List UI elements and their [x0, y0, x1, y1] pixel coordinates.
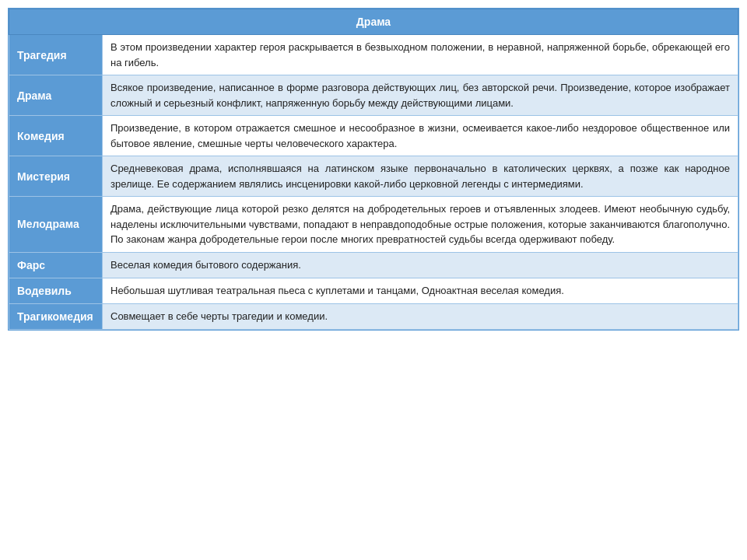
table-row: МелодрамаДрама, действующие лица которой…: [9, 197, 738, 253]
definition-cell: Средневековая драма, исполнявшаяся на ла…: [103, 156, 738, 197]
definition-cell: В этом произведении характер героя раскр…: [103, 35, 738, 75]
table-row: ВодевильНебольшая шутливая театральная п…: [9, 278, 738, 303]
term-cell: Комедия: [9, 116, 103, 156]
term-cell: Водевиль: [9, 278, 103, 303]
term-cell: Мистерия: [9, 156, 103, 197]
term-cell: Драма: [9, 75, 103, 116]
definition-cell: Совмещает в себе черты трагедии и комеди…: [103, 303, 738, 329]
table-header-row: Драма: [9, 9, 738, 35]
definition-cell: Драма, действующие лица которой резко де…: [103, 197, 738, 253]
definition-cell: Произведение, в котором отражается смешн…: [103, 116, 738, 156]
term-cell: Трагедия: [9, 35, 103, 75]
table-row: ФарсВеселая комедия бытового содержания.: [9, 252, 738, 278]
table-row: КомедияПроизведение, в котором отражаетс…: [9, 116, 738, 156]
term-cell: Мелодрама: [9, 197, 103, 253]
table-row: ТрагикомедияСовмещает в себе черты траге…: [9, 303, 738, 329]
term-cell: Трагикомедия: [9, 303, 103, 329]
table-header: Драма: [9, 9, 738, 35]
table-row: ТрагедияВ этом произведении характер гер…: [9, 35, 738, 75]
definition-cell: Всякое произведение, написанное в форме …: [103, 75, 738, 116]
table-row: МистерияСредневековая драма, исполнявшая…: [9, 156, 738, 197]
drama-table: Драма ТрагедияВ этом произведении характ…: [8, 8, 739, 331]
term-cell: Фарс: [9, 252, 103, 278]
table-row: ДрамаВсякое произведение, написанное в ф…: [9, 75, 738, 116]
definition-cell: Веселая комедия бытового содержания.: [103, 252, 738, 278]
definition-cell: Небольшая шутливая театральная пьеса с к…: [103, 278, 738, 303]
